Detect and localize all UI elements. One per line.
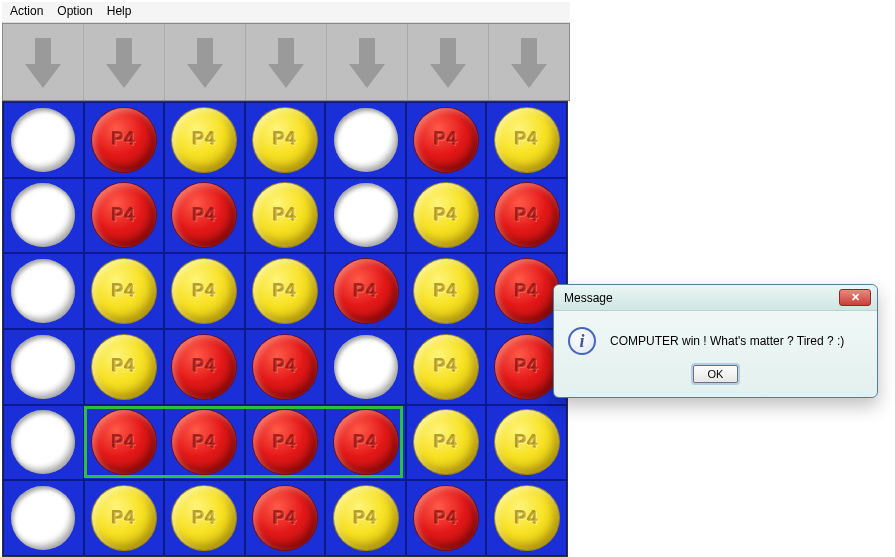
disc-red: P4	[414, 108, 478, 172]
cell-r2-c5: P4	[406, 253, 487, 329]
drop-arrow-col-2[interactable]	[165, 24, 246, 100]
cell-r0-c4	[325, 102, 406, 178]
cell-r2-c3: P4	[245, 253, 326, 329]
cell-r0-c3: P4	[245, 102, 326, 178]
cell-r2-c4: P4	[325, 253, 406, 329]
disc-red: P4	[253, 410, 317, 474]
cell-r0-c6: P4	[486, 102, 567, 178]
drop-arrow-col-1[interactable]	[84, 24, 165, 100]
dialog-buttons: OK	[554, 365, 877, 397]
cell-r5-c5: P4	[406, 480, 487, 556]
cell-r5-c2: P4	[164, 480, 245, 556]
cell-r0-c1: P4	[84, 102, 165, 178]
disc-yellow: P4	[172, 486, 236, 550]
cell-r1-c2: P4	[164, 178, 245, 254]
disc-yellow: P4	[414, 259, 478, 323]
game-window: Action Option Help P4P4P4P4P4P4P4P4P4P4P…	[2, 2, 570, 557]
cell-r4-c2: P4	[164, 405, 245, 481]
drop-arrow-col-0[interactable]	[3, 24, 84, 100]
disc-red: P4	[253, 335, 317, 399]
cell-r5-c0	[3, 480, 84, 556]
disc-yellow: P4	[172, 259, 236, 323]
cell-r0-c2: P4	[164, 102, 245, 178]
menu-help[interactable]: Help	[107, 4, 132, 18]
disc-red: P4	[414, 486, 478, 550]
disc-red: P4	[92, 410, 156, 474]
cell-r5-c4: P4	[325, 480, 406, 556]
cell-r4-c0	[3, 405, 84, 481]
disc-empty	[11, 486, 75, 550]
disc-yellow: P4	[253, 183, 317, 247]
column-drop-row	[2, 23, 570, 101]
disc-empty	[11, 183, 75, 247]
arrow-down-icon	[23, 34, 63, 90]
cell-r4-c3: P4	[245, 405, 326, 481]
disc-yellow: P4	[495, 410, 559, 474]
disc-yellow: P4	[334, 486, 398, 550]
drop-arrow-col-3[interactable]	[246, 24, 327, 100]
game-board: P4P4P4P4P4P4P4P4P4P4P4P4P4P4P4P4P4P4P4P4…	[2, 101, 568, 557]
ok-button[interactable]: OK	[693, 365, 739, 383]
disc-red: P4	[92, 108, 156, 172]
disc-red: P4	[172, 335, 236, 399]
disc-red: P4	[253, 486, 317, 550]
cell-r1-c0	[3, 178, 84, 254]
cell-r5-c6: P4	[486, 480, 567, 556]
cell-r1-c1: P4	[84, 178, 165, 254]
disc-red: P4	[172, 183, 236, 247]
disc-red: P4	[495, 335, 559, 399]
disc-empty	[11, 335, 75, 399]
arrow-down-icon	[428, 34, 468, 90]
disc-red: P4	[172, 410, 236, 474]
disc-yellow: P4	[92, 259, 156, 323]
arrow-down-icon	[266, 34, 306, 90]
menu-action[interactable]: Action	[10, 4, 43, 18]
cell-r3-c4	[325, 329, 406, 405]
drop-arrow-col-5[interactable]	[408, 24, 489, 100]
drop-arrow-col-4[interactable]	[327, 24, 408, 100]
disc-red: P4	[92, 183, 156, 247]
cell-r0-c5: P4	[406, 102, 487, 178]
disc-red: P4	[334, 259, 398, 323]
disc-empty	[334, 335, 398, 399]
cell-r2-c0	[3, 253, 84, 329]
cell-r2-c1: P4	[84, 253, 165, 329]
disc-yellow: P4	[92, 335, 156, 399]
dialog-text: COMPUTER win ! What's matter ? Tired ? :…	[610, 334, 844, 348]
cell-r5-c1: P4	[84, 480, 165, 556]
close-icon[interactable]: ✕	[839, 289, 871, 306]
disc-red: P4	[334, 410, 398, 474]
disc-yellow: P4	[414, 335, 478, 399]
cell-r3-c3: P4	[245, 329, 326, 405]
disc-yellow: P4	[172, 108, 236, 172]
arrow-down-icon	[509, 34, 549, 90]
cell-r1-c3: P4	[245, 178, 326, 254]
menu-option[interactable]: Option	[57, 4, 92, 18]
disc-yellow: P4	[495, 486, 559, 550]
disc-yellow: P4	[414, 410, 478, 474]
cell-r1-c5: P4	[406, 178, 487, 254]
disc-red: P4	[495, 183, 559, 247]
cell-r4-c6: P4	[486, 405, 567, 481]
cell-r4-c4: P4	[325, 405, 406, 481]
disc-yellow: P4	[253, 108, 317, 172]
arrow-down-icon	[104, 34, 144, 90]
disc-empty	[334, 183, 398, 247]
arrow-down-icon	[347, 34, 387, 90]
cell-r4-c5: P4	[406, 405, 487, 481]
dialog-title: Message	[564, 291, 613, 305]
arrow-down-icon	[185, 34, 225, 90]
cell-r3-c5: P4	[406, 329, 487, 405]
disc-empty	[11, 259, 75, 323]
cell-r0-c0	[3, 102, 84, 178]
cell-r5-c3: P4	[245, 480, 326, 556]
dialog-titlebar[interactable]: Message ✕	[554, 285, 877, 311]
disc-empty	[334, 108, 398, 172]
message-dialog: Message ✕ i COMPUTER win ! What's matter…	[553, 284, 878, 398]
disc-yellow: P4	[495, 108, 559, 172]
cell-r1-c6: P4	[486, 178, 567, 254]
drop-arrow-col-6[interactable]	[489, 24, 569, 100]
disc-yellow: P4	[414, 183, 478, 247]
dialog-body: i COMPUTER win ! What's matter ? Tired ?…	[554, 311, 877, 365]
cell-r1-c4	[325, 178, 406, 254]
